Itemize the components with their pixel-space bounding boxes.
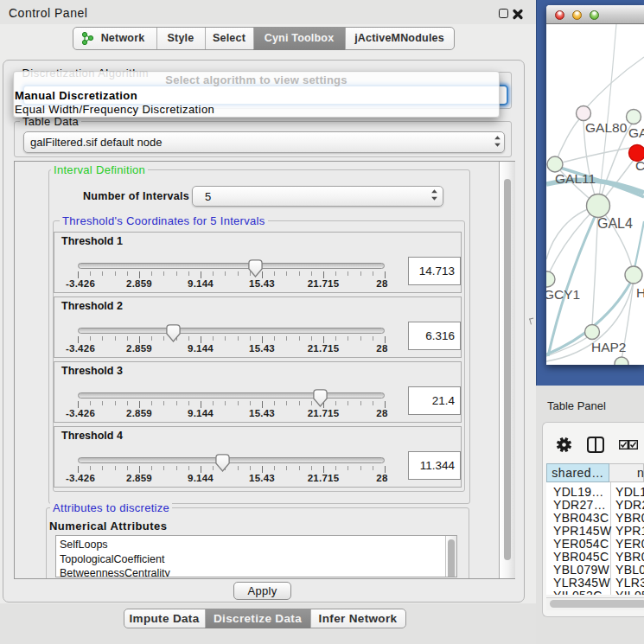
svg-text:GAL1: GAL1 [628, 125, 644, 140]
svg-text:HAP2: HAP2 [591, 340, 627, 354]
svg-text:GCY1: GCY1 [546, 287, 580, 302]
svg-text:GAL4: GAL4 [597, 216, 633, 231]
svg-text:HI: HI [636, 285, 644, 300]
svg-text:GAL11: GAL11 [555, 171, 596, 186]
svg-text:CD: CD [635, 158, 644, 173]
svg-text:GAL80: GAL80 [585, 120, 628, 135]
